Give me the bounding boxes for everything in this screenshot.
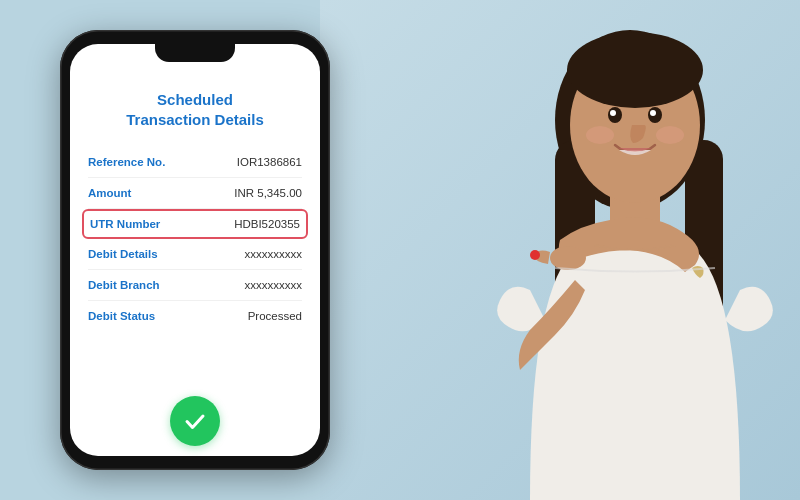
row-utr: UTR Number HDBI520355 bbox=[82, 209, 308, 239]
label-debit-status: Debit Status bbox=[88, 310, 173, 322]
label-utr: UTR Number bbox=[90, 218, 175, 230]
label-debit-branch: Debit Branch bbox=[88, 279, 173, 291]
svg-point-12 bbox=[550, 246, 586, 270]
label-reference: Reference No. bbox=[88, 156, 173, 168]
phone-body: Scheduled Transaction Details Reference … bbox=[60, 30, 330, 470]
svg-point-5 bbox=[567, 32, 703, 108]
row-debit-branch: Debit Branch xxxxxxxxxx bbox=[88, 270, 302, 301]
row-amount: Amount INR 5,345.00 bbox=[88, 178, 302, 209]
label-amount: Amount bbox=[88, 187, 173, 199]
svg-point-9 bbox=[650, 110, 656, 116]
screen-title: Scheduled Transaction Details bbox=[70, 74, 320, 143]
transaction-details-table: Reference No. IOR1386861 Amount INR 5,34… bbox=[70, 143, 320, 385]
phone-notch bbox=[155, 44, 235, 62]
value-reference: IOR1386861 bbox=[237, 156, 302, 168]
row-debit-status: Debit Status Processed bbox=[88, 301, 302, 331]
check-icon bbox=[181, 407, 209, 435]
row-reference: Reference No. IOR1386861 bbox=[88, 147, 302, 178]
svg-point-10 bbox=[586, 126, 614, 144]
value-debit-branch: xxxxxxxxxx bbox=[245, 279, 303, 291]
label-debit-details: Debit Details bbox=[88, 248, 173, 260]
phone-screen: Scheduled Transaction Details Reference … bbox=[70, 44, 320, 456]
success-checkmark bbox=[170, 396, 220, 446]
scene: Scheduled Transaction Details Reference … bbox=[0, 0, 800, 500]
value-utr: HDBI520355 bbox=[234, 218, 300, 230]
svg-point-11 bbox=[656, 126, 684, 144]
screen-title-line1: Scheduled bbox=[80, 90, 310, 110]
person-image bbox=[400, 10, 780, 500]
screen-title-line2: Transaction Details bbox=[80, 110, 310, 130]
value-debit-details: xxxxxxxxxx bbox=[245, 248, 303, 260]
svg-point-13 bbox=[530, 250, 540, 260]
svg-point-8 bbox=[610, 110, 616, 116]
phone-mockup: Scheduled Transaction Details Reference … bbox=[60, 30, 330, 470]
row-debit-details: Debit Details xxxxxxxxxx bbox=[88, 239, 302, 270]
value-debit-status: Processed bbox=[248, 310, 302, 322]
value-amount: INR 5,345.00 bbox=[234, 187, 302, 199]
